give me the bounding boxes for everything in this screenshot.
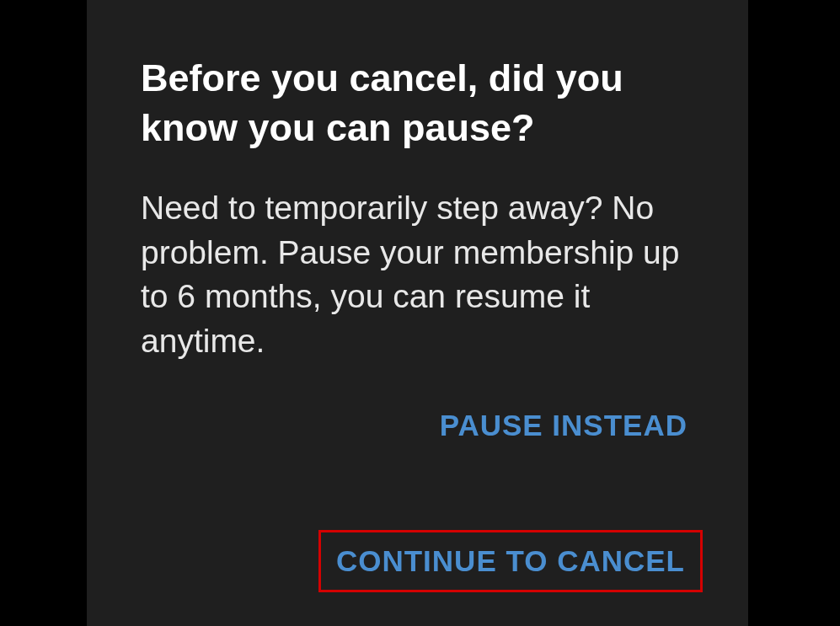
dialog-body: Need to temporarily step away? No proble… [141, 186, 694, 364]
dialog-title: Before you cancel, did you know you can … [141, 54, 694, 152]
pause-cancel-dialog: Before you cancel, did you know you can … [87, 0, 748, 626]
dialog-actions: PAUSE INSTEAD CONTINUE TO CANCEL [318, 397, 703, 592]
continue-to-cancel-button[interactable]: CONTINUE TO CANCEL [318, 530, 703, 592]
pause-instead-button[interactable]: PAUSE INSTEAD [425, 397, 703, 454]
